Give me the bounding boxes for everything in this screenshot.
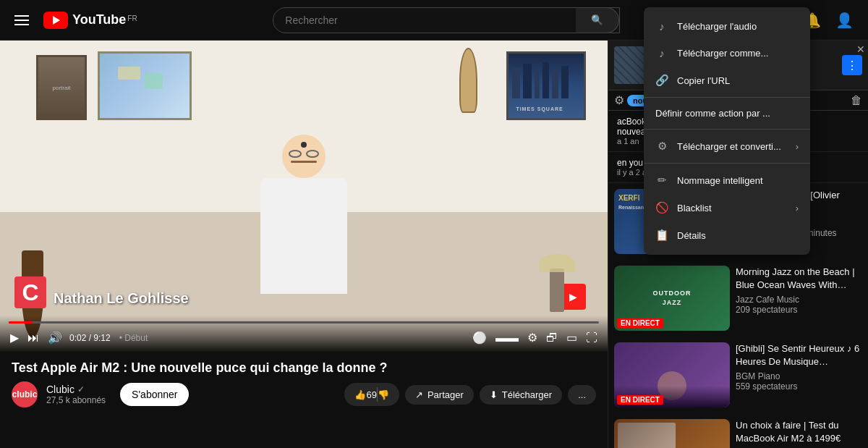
youtube-play-icon: [43, 12, 68, 29]
menu-set-default[interactable]: Définir comme action par ...: [644, 101, 810, 126]
volume-button[interactable]: 🔊: [46, 329, 64, 346]
header-left: YouTube FR: [12, 12, 137, 29]
presenter-head: [282, 135, 326, 178]
presenter-body: [260, 178, 347, 294]
subscriber-count: 27,5 k abonnés: [46, 395, 106, 405]
wall-portrait: portrait: [36, 55, 87, 120]
menu-download-convert[interactable]: ⚙ Télécharger et converti... ›: [644, 132, 810, 160]
video-section: portrait TIMES SQUARE: [0, 41, 608, 448]
related-info-jazz: Morning Jazz on the Beach | Blue Ocean W…: [736, 266, 862, 331]
related-thumb-macbook: M2: [614, 419, 730, 448]
menu-download-audio-label: Télécharger l'audio: [677, 21, 757, 32]
presenter-name-overlay: Nathan Le Gohlisse: [54, 290, 189, 307]
download-button[interactable]: ⬇ Télécharger: [480, 385, 562, 405]
theater-btn[interactable]: ▭: [565, 329, 579, 346]
sidebar-trash-button[interactable]: 🗑: [851, 94, 862, 107]
blacklist-icon: 🚫: [655, 201, 668, 214]
menu-smart-naming-label: Nommage intelligent: [677, 175, 763, 186]
related-thumb-ghibli: EN DIRECT: [614, 342, 730, 407]
video-player[interactable]: portrait TIMES SQUARE: [0, 41, 608, 352]
related-video-jazz[interactable]: OUTDOOR JAZZ EN DIRECT Morning Jazz on t…: [608, 260, 868, 337]
channel-avatar[interactable]: clubic: [12, 381, 38, 407]
menu-divider-1: [644, 97, 810, 98]
more-button[interactable]: ...: [568, 385, 596, 405]
related-info-ghibli: [Ghibli] Se Sentir Heureux ♪ 6 Heures De…: [736, 342, 862, 407]
autoplay-toggle[interactable]: ⚪: [471, 329, 488, 346]
menu-smart-naming[interactable]: ✏ Nommage intelligent: [644, 166, 810, 194]
youtube-text: YouTube: [72, 12, 126, 28]
menu-copy-url[interactable]: 🔗 Copier l'URL: [644, 67, 810, 94]
menu-copy-url-label: Copier l'URL: [677, 75, 730, 86]
subscribe-button[interactable]: S'abonner: [120, 383, 189, 406]
menu-divider-3: [644, 163, 810, 164]
time-display: 0:02 / 9:12: [69, 333, 111, 343]
clubic-watermark: C: [14, 276, 46, 308]
fullscreen-btn[interactable]: ⛶: [584, 330, 599, 346]
video-scene: portrait TIMES SQUARE: [0, 41, 608, 352]
hamburger-icon: [14, 15, 29, 25]
channel-row: clubic Clubic ✓ 27,5 k abonnés S'abonner…: [12, 381, 596, 407]
menu-divider-2: [644, 129, 810, 130]
youtube-logo: YouTube FR: [43, 12, 137, 29]
controls-row: ▶ ⏭ 🔊 0:02 / 9:12 • Début ⚪ ▬▬ ⚙ 🗗 ▭ ⛶: [9, 329, 599, 346]
related-video-ghibli[interactable]: EN DIRECT [Ghibli] Se Sentir Heureux ♪ 6…: [608, 337, 868, 413]
video-info: Test Apple Air M2 : Une nouvelle puce qu…: [0, 352, 608, 413]
settings-btn[interactable]: ⚙: [526, 329, 539, 346]
sidebar-settings-button[interactable]: ⚙: [614, 93, 624, 107]
avatar-icon: 👤: [835, 12, 854, 29]
wall-city-photo: TIMES SQUARE: [506, 51, 586, 120]
share-icon: ↗: [415, 389, 423, 400]
related-info-macbook: Un choix à faire | Test du MacBook Air M…: [736, 419, 862, 448]
progress-bar[interactable]: [9, 321, 599, 324]
miniplayer-btn[interactable]: 🗗: [545, 330, 559, 346]
search-bar-container: 🔍: [273, 7, 620, 33]
link-icon: 🔗: [655, 74, 668, 87]
like-button[interactable]: 👍 69 👎: [344, 383, 399, 406]
next-button[interactable]: ⏭: [26, 330, 41, 346]
menu-blacklist-label: Blacklist: [677, 203, 712, 214]
menu-details[interactable]: 📋 Détails: [644, 221, 810, 249]
related-title-macbook: Un choix à faire | Test du MacBook Air M…: [736, 419, 862, 445]
sidebar-close-button[interactable]: ✕: [856, 43, 865, 55]
search-input[interactable]: [273, 14, 576, 26]
menu-download-audio[interactable]: ♪ Télécharger l'audio: [644, 13, 810, 40]
yt-icon-overlay: ▶: [569, 291, 577, 303]
edit-icon: ✏: [655, 174, 668, 187]
menu-set-default-label: Définir comme action par ...: [655, 108, 770, 119]
jazz-overlay-text: OUTDOOR JAZZ: [643, 289, 701, 307]
related-stats-ghibli: 559 spectateurs: [736, 381, 862, 392]
details-icon: 📋: [655, 229, 668, 242]
search-button[interactable]: 🔍: [576, 7, 619, 33]
related-channel-jazz: Jazz Cafe Music: [736, 295, 862, 305]
share-button[interactable]: ↗ Partager: [405, 385, 474, 405]
menu-details-label: Détails: [677, 230, 706, 241]
gear-icon: ⚙: [655, 140, 668, 153]
search-icon: 🔍: [591, 14, 603, 25]
play-button[interactable]: ▶: [9, 329, 20, 346]
menu-download-as[interactable]: ♪ Télécharger comme...: [644, 40, 810, 67]
hamburger-menu[interactable]: [12, 12, 32, 28]
racket-decor: [459, 48, 477, 113]
related-thumb-jazz: OUTDOOR JAZZ EN DIRECT: [614, 266, 730, 331]
related-title-ghibli: [Ghibli] Se Sentir Heureux ♪ 6 Heures De…: [736, 342, 862, 368]
action-buttons: 👍 69 👎 ↗ Partager ⬇ Télécharger ...: [344, 383, 596, 406]
subtitles-btn[interactable]: ▬▬: [494, 330, 520, 346]
controls-right: ⚪ ▬▬ ⚙ 🗗 ▭ ⛶: [471, 329, 599, 346]
menu-blacklist[interactable]: 🚫 Blacklist ›: [644, 194, 810, 221]
thumbs-down-icon: 👎: [378, 389, 389, 400]
related-video-macbook[interactable]: M2 Un choix à faire | Test du MacBook Ai…: [608, 413, 868, 448]
menu-download-as-label: Télécharger comme...: [677, 48, 768, 59]
user-avatar-btn[interactable]: 👤: [833, 9, 856, 32]
wall-map: [98, 51, 192, 120]
channel-info: Clubic ✓ 27,5 k abonnés: [46, 384, 106, 405]
video-controls: ▶ ⏭ 🔊 0:02 / 9:12 • Début ⚪ ▬▬ ⚙ 🗗 ▭ ⛶: [0, 316, 608, 352]
like-count: 69: [366, 389, 376, 400]
video-title: Test Apple Air M2 : Une nouvelle puce qu…: [12, 360, 596, 376]
music-icon-2: ♪: [655, 47, 668, 59]
arrow-right-icon: ›: [796, 141, 799, 152]
sidebar-more-button[interactable]: ⋮: [842, 55, 862, 75]
live-badge-jazz: EN DIRECT: [617, 318, 663, 328]
related-stats-jazz: 209 spectateurs: [736, 305, 862, 315]
presenter-figure: [231, 135, 376, 316]
verified-icon: ✓: [77, 384, 85, 394]
